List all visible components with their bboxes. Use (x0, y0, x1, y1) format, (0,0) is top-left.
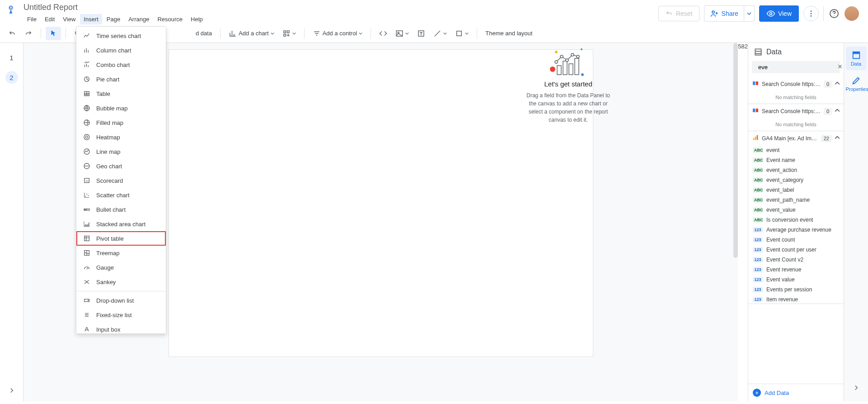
data-table-icon (851, 50, 861, 60)
field-item[interactable]: ABCIs conversion event (748, 215, 844, 225)
insert-menu-item-treemap[interactable]: Treemap (76, 246, 166, 260)
field-item[interactable]: 123Average purchase revenue (748, 225, 844, 235)
insert-menu-item-line-map[interactable]: Line map (76, 144, 166, 159)
search-clear-button[interactable] (837, 63, 843, 71)
field-item[interactable]: 123Events per session (748, 285, 844, 295)
menu-insert[interactable]: Insert (80, 14, 102, 24)
insert-menu-item-stacked-area-chart[interactable]: Stacked area chart (76, 217, 166, 231)
canvas-scrollbar[interactable] (733, 43, 738, 258)
field-label: event (766, 147, 779, 153)
field-item[interactable]: 123Item revenue (748, 295, 844, 304)
add-chart-button[interactable]: Add a chart (225, 27, 278, 40)
insert-menu-item-bubble-map[interactable]: Bubble map (76, 101, 166, 115)
page-nav-next[interactable] (8, 386, 16, 396)
menu-resource[interactable]: Resource (154, 14, 186, 24)
add-data-button[interactable]: + Add Data (748, 384, 844, 401)
field-item[interactable]: 123Event count per user (748, 245, 844, 255)
insert-menu-label: Pie chart (96, 76, 119, 83)
insert-menu-label: Input box (96, 326, 121, 333)
insert-menu-item-heatmap[interactable]: Heatmap (76, 130, 166, 144)
menu-view[interactable]: View (59, 14, 79, 24)
add-data-button[interactable]: d data (192, 27, 216, 39)
report-title[interactable]: Untitled Report (23, 3, 206, 12)
shape-button[interactable] (451, 27, 472, 40)
svg-text:21: 21 (85, 180, 89, 182)
heatmap-icon (83, 133, 91, 141)
page-thumb-2[interactable]: 2 (5, 71, 18, 84)
svg-point-29 (577, 55, 579, 58)
insert-menu-item-scorecard[interactable]: 21Scorecard (76, 173, 166, 188)
field-item[interactable]: ABCevent_label (748, 185, 844, 195)
image-button[interactable] (392, 27, 413, 40)
insert-menu-item-sankey[interactable]: Sankey (76, 275, 166, 289)
insert-menu-item-bullet-chart[interactable]: Bullet chart (76, 202, 166, 217)
field-item[interactable]: ABCevent (748, 145, 844, 155)
data-source-header[interactable]: Search Console https://ww…0 (748, 77, 844, 91)
insert-menu-label: Combo chart (96, 62, 130, 68)
cursor-icon (49, 29, 57, 38)
rail-next-button[interactable] (852, 384, 860, 393)
insert-menu-item-pivot-table[interactable]: Pivot table (76, 231, 166, 246)
redo-button[interactable] (21, 27, 36, 40)
add-control-button[interactable]: Add a control (309, 27, 366, 40)
data-search-input[interactable] (758, 64, 834, 71)
menu-page[interactable]: Page (103, 14, 124, 24)
field-item[interactable]: 123Event value (748, 275, 844, 285)
line-button[interactable] (430, 27, 450, 40)
insert-menu-item-combo-chart[interactable]: Combo chart (76, 57, 166, 72)
svg-point-17 (555, 51, 558, 53)
menu-edit[interactable]: Edit (41, 14, 58, 24)
text-icon (417, 29, 425, 38)
field-label: Event count per user (766, 247, 816, 253)
page-thumb-1[interactable]: 1 (5, 51, 18, 64)
undo-reset-icon (665, 10, 673, 18)
field-item[interactable]: ABCevent_action (748, 165, 844, 175)
help-button[interactable] (828, 8, 840, 19)
insert-menu-item-pie-chart[interactable]: Pie chart (76, 72, 166, 86)
share-dropdown-caret[interactable] (744, 5, 755, 22)
caret-down-icon (271, 32, 274, 35)
rail-data-button[interactable]: Data (846, 47, 867, 70)
menu-help[interactable]: Help (187, 14, 206, 24)
undo-button[interactable] (5, 27, 20, 40)
more-options-button[interactable] (803, 6, 819, 21)
svg-point-28 (571, 53, 574, 56)
rail-properties-button[interactable]: Properties (846, 72, 867, 95)
chevron-right-icon (8, 386, 16, 394)
insert-menu-item-drop-down-list[interactable]: Drop-down list (76, 293, 166, 308)
field-label: Event count (766, 237, 795, 243)
text-button[interactable] (413, 27, 429, 40)
data-source-block: Search Console https://ww…0No matching f… (748, 104, 844, 131)
field-item[interactable]: ABCEvent name (748, 155, 844, 165)
view-button[interactable]: View (759, 5, 799, 22)
menu-file[interactable]: File (23, 14, 40, 24)
insert-menu-label: Sankey (96, 279, 116, 285)
insert-menu-item-gauge[interactable]: Gauge (76, 260, 166, 275)
insert-menu-item-input-box[interactable]: Input box (76, 322, 166, 334)
insert-menu-item-fixed-size-list[interactable]: Fixed-size list (76, 308, 166, 322)
insert-menu-item-table[interactable]: Table (76, 86, 166, 101)
data-source-header[interactable]: Search Console https://ww…0 (748, 104, 844, 118)
field-item[interactable]: ABCevent_category (748, 175, 844, 185)
menu-arrange[interactable]: Arrange (125, 14, 153, 24)
field-item[interactable]: 123Event Count v2 (748, 255, 844, 265)
selection-tool-button[interactable] (46, 27, 61, 40)
share-button[interactable]: Share (704, 5, 744, 22)
insert-menu-item-scatter-chart[interactable]: Scatter chart (76, 188, 166, 202)
field-item[interactable]: 123Event count (748, 235, 844, 245)
insert-menu-item-filled-map[interactable]: Filled map (76, 115, 166, 130)
text-type-badge: ABC (753, 147, 763, 153)
embed-button[interactable] (375, 27, 391, 40)
number-type-badge: 123 (753, 247, 763, 252)
insert-menu-item-column-chart[interactable]: Column chart (76, 43, 166, 57)
community-viz-button[interactable] (279, 27, 300, 40)
field-item[interactable]: ABCevent_path_name (748, 195, 844, 205)
insert-menu-item-geo-chart[interactable]: Geo chart (76, 159, 166, 173)
theme-layout-button[interactable]: Theme and layout (482, 27, 536, 39)
field-item[interactable]: 123Event revenue (748, 265, 844, 275)
insert-menu-item-time-series-chart[interactable]: Time series chart (76, 29, 166, 43)
text-type-badge: ABC (753, 187, 763, 193)
user-avatar[interactable] (845, 6, 859, 21)
data-source-header[interactable]: GA4 Main [ex. Ad Impressi…22 (748, 131, 844, 145)
field-item[interactable]: ABCevent_value (748, 205, 844, 215)
